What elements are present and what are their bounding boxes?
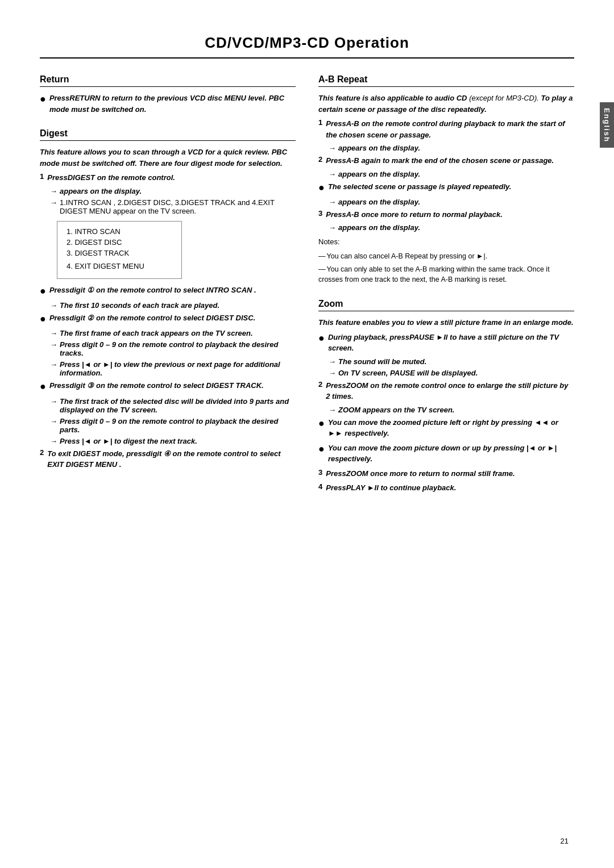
digit3-text: on the remote control to select DIGEST T… [94, 381, 263, 390]
digit2-arrow3: Press |◄ or ►| to view the previous or n… [50, 360, 296, 377]
return-bullet: ● PressRETURN to return to the previous … [40, 93, 296, 115]
zoom-arrow2-text: On TV screen, PAUSE will be displayed. [338, 369, 478, 377]
zoom-step4-keyword: PLAY ►II [346, 483, 379, 492]
digest-step1-sub-text: 1.INTRO SCAN , 2.DIGEST DISC, 3.DIGEST T… [60, 198, 296, 215]
note1: You can also cancel A-B Repeat by pressi… [318, 251, 574, 262]
zoom-step3-text: once more to return to normal still fram… [368, 469, 515, 478]
zoom-intro: This feature enables you to view a still… [318, 317, 574, 328]
digit2-arrow1: The first frame of each track appears on… [50, 329, 296, 337]
zoom-move1-bullet: ● You can move the zoomed picture left o… [318, 417, 574, 439]
digest-step1-text: on the remote control. [95, 173, 175, 182]
ab-step2-press: Press [326, 156, 346, 165]
zoom-step2: 2 PressZOOM on the remote control once t… [318, 380, 574, 402]
zoom-arrow1-text: The sound will be muted. [338, 357, 426, 366]
ab-repeat-section: A-B Repeat This feature is also applicab… [318, 74, 574, 285]
zoom-step3-num: 3 [318, 468, 322, 477]
digit3-arrow3: Press |◄ or ►| to digest the next track. [50, 437, 296, 445]
ab-step1-keyword: A-B [346, 119, 359, 128]
digit2-content: Pressdigit ② on the remote control to se… [49, 312, 296, 324]
menu-item-1: 1. INTRO SCAN [67, 227, 172, 236]
zoom-pause-keyword: PAUSE ►II [409, 333, 448, 341]
ab-step3: 3 PressA-B once more to return to normal… [318, 209, 574, 220]
ab-intro1: This feature is also applicable to audio… [318, 94, 467, 102]
digit3-arrow2: Press digit 0 – 9 on the remote control … [50, 417, 296, 434]
ab-step2-arrow: appears on the display. [329, 170, 574, 178]
digit2-arrow2-text: Press digit 0 – 9 on the remote control … [60, 340, 296, 357]
zoom-during-dot: ● [318, 332, 325, 345]
ab-step2-bullet: ● The selected scene or passage is playe… [318, 181, 574, 194]
digest-step1-arrow-text: appears on the display. [60, 187, 142, 195]
digest-step2-num: 2 [40, 448, 44, 457]
ab-step2-content: PressA-B again to mark the end of the ch… [326, 155, 574, 166]
menu-item-2: 2. DIGEST DISC [67, 238, 172, 247]
ab-step1-arrow: appears on the display. [329, 144, 574, 152]
ab-step2-text: again to mark the end of the chosen scen… [359, 156, 554, 165]
zoom-during-text: During playback, press [328, 333, 409, 341]
ab-step3-press: Press [326, 210, 346, 219]
digest-step1-content: PressDIGEST on the remote control. [47, 172, 296, 183]
menu-item-3: 3. DIGEST TRACK [67, 249, 172, 257]
ab-step3-text: once more to return to normal playback. [359, 210, 503, 219]
digit3-keyword: digit ③ [69, 381, 94, 390]
zoom-during-bullet: ● During playback, pressPAUSE ►II to hav… [318, 332, 574, 354]
digit2-arrow2: Press digit 0 – 9 on the remote control … [50, 340, 296, 357]
digit2-arrow1-text: The first frame of each track appears on… [60, 329, 253, 337]
right-column: A-B Repeat This feature is also applicab… [318, 74, 574, 507]
digest-step1: 1 PressDIGEST on the remote control. [40, 172, 296, 183]
note2: You can only able to set the A-B marking… [318, 264, 574, 286]
digest-step1-arrow: appears on the display. [50, 187, 296, 195]
ab-step2: 2 PressA-B again to mark the end of the … [318, 155, 574, 166]
notes-title: Notes: [318, 236, 574, 248]
zoom-step2-arrow-text: ZOOM appears on the TV screen. [338, 406, 454, 414]
return-keyword: RETURN [69, 94, 100, 102]
main-content: Return ● PressRETURN to return to the pr… [40, 74, 574, 507]
ab-step2-bullet-arrow-text: appears on the display. [338, 198, 420, 206]
zoom-step4-press: Press [326, 483, 346, 492]
ab-step3-keyword: A-B [346, 210, 359, 219]
left-column: Return ● PressRETURN to return to the pr… [40, 74, 296, 507]
ab-step2-num: 2 [318, 155, 322, 164]
notes-section: Notes: You can also cancel A-B Repeat by… [318, 236, 574, 285]
return-title: Return [40, 74, 296, 87]
zoom-step2-press: Press [326, 381, 346, 390]
menu-item-4: 4. EXIT DIGEST MENU [67, 262, 172, 270]
digit1-arrow: The first 10 seconds of each track are p… [50, 301, 296, 310]
zoom-step4-content: PressPLAY ►II to continue playback. [326, 482, 574, 494]
digit3-arrow3-text: Press |◄ or ►| to digest the next track. [60, 437, 197, 445]
digest-step1-press: Press [47, 173, 67, 182]
sidebar-english-label: English [600, 102, 614, 148]
digest-step2-content: To exit DIGEST mode, pressdigit ④ on the… [47, 448, 296, 470]
zoom-move2-dot: ● [318, 443, 325, 456]
digit1-bullet: ● Pressdigit ① on the remote control to … [40, 285, 296, 298]
zoom-move2-content: You can move the zoom picture down or up… [328, 443, 574, 465]
ab-step3-content: PressA-B once more to return to normal p… [326, 209, 574, 220]
page-number: 21 [561, 837, 569, 845]
ab-step3-arrow: appears on the display. [329, 223, 574, 232]
return-press: Press [49, 94, 69, 102]
ab-step1-press: Press [326, 119, 346, 128]
digit1-content: Pressdigit ① on the remote control to se… [49, 285, 296, 296]
zoom-step2-keyword: ZOOM [346, 381, 368, 390]
ab-step2-bullet-content: The selected scene or passage is played … [328, 181, 574, 193]
zoom-step4-text: to continue playback. [379, 483, 457, 492]
digit3-bullet: ● Pressdigit ③ on the remote control to … [40, 380, 296, 393]
zoom-title: Zoom [318, 299, 574, 311]
digest-step1-num: 1 [40, 172, 44, 181]
ab-repeat-title: A-B Repeat [318, 74, 574, 87]
ab-step3-num: 3 [318, 209, 322, 218]
digit2-keyword: digit ② [69, 314, 94, 322]
page-title: CD/VCD/MP3-CD Operation [40, 34, 574, 59]
digest-step1-sub: 1.INTRO SCAN , 2.DIGEST DISC, 3.DIGEST T… [50, 198, 296, 215]
ab-step1-num: 1 [318, 118, 322, 127]
zoom-step2-arrow: ZOOM appears on the TV screen. [329, 406, 574, 414]
zoom-step2-content: PressZOOM on the remote control once to … [326, 380, 574, 402]
digit2-arrow3-text: Press |◄ or ►| to view the previous or n… [60, 360, 296, 377]
digit3-press: Press [49, 381, 69, 390]
zoom-step3-content: PressZOOM once more to return to normal … [326, 468, 574, 479]
ab-step2-bullet-arrow: appears on the display. [329, 198, 574, 206]
digest-step2: 2 To exit DIGEST mode, pressdigit ④ on t… [40, 448, 296, 470]
zoom-move2-bullet: ● You can move the zoom picture down or … [318, 443, 574, 465]
ab-step1-text: on the remote control during playback to… [326, 119, 565, 139]
zoom-step2-num: 2 [318, 380, 322, 389]
digit3-dot: ● [40, 380, 46, 393]
